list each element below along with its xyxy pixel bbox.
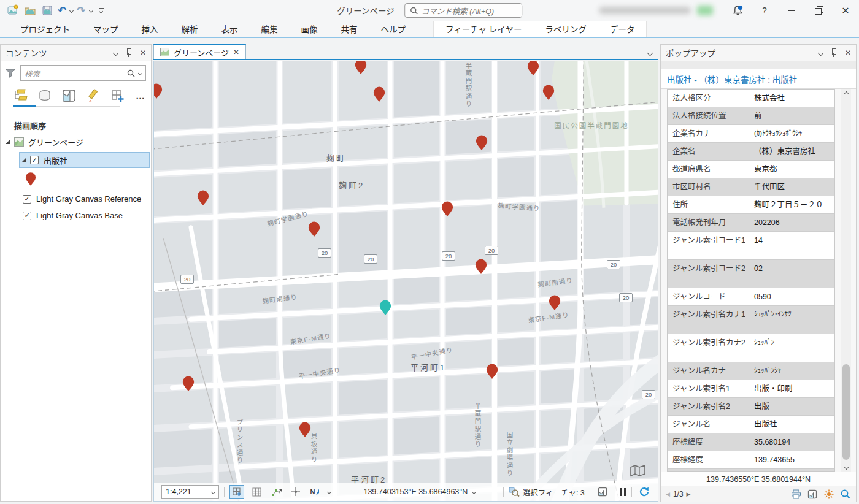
- map-view-tab[interactable]: グリーンページ ✕: [153, 44, 246, 59]
- feature-pin[interactable]: [373, 86, 385, 102]
- selected-feature-pin[interactable]: [379, 300, 391, 316]
- feature-pin[interactable]: [486, 364, 498, 380]
- print-icon[interactable]: [790, 489, 801, 500]
- attribute-row[interactable]: 企業名（株）東京書房社: [668, 143, 834, 161]
- north-arrow-icon[interactable]: N: [308, 485, 323, 499]
- tree-item-basemap-base[interactable]: ✓ Light Gray Canvas Base: [1, 208, 151, 223]
- feature-pin[interactable]: [476, 135, 488, 151]
- map-tab-close-icon[interactable]: ✕: [233, 48, 239, 56]
- tabstrip-overflow-chevron-icon[interactable]: [647, 50, 653, 56]
- contents-pin-icon[interactable]: [126, 48, 132, 57]
- feature-pin[interactable]: [182, 376, 195, 392]
- ribbon-tab-1[interactable]: マップ: [82, 21, 130, 37]
- undo-dropdown-icon[interactable]: [69, 8, 74, 12]
- customize-qat-icon[interactable]: [99, 8, 104, 13]
- sketch-vertices-icon[interactable]: [269, 485, 283, 499]
- ribbon-tab-6[interactable]: 画像: [290, 21, 329, 37]
- attribute-row[interactable]: ジャンルコード0590: [668, 288, 834, 306]
- popup-scrollbar[interactable]: [841, 89, 851, 472]
- layer-search-input[interactable]: 検索: [20, 65, 146, 81]
- attribute-row[interactable]: ジャンル索引名カナ1ｼｭｯﾊﾟﾝ･ｲﾝｻﾂ: [668, 306, 834, 334]
- tab-more-icon[interactable]: …: [136, 91, 145, 101]
- flash-location-icon[interactable]: [823, 489, 834, 500]
- tree-item-map[interactable]: グリーンページ: [1, 134, 151, 150]
- close-button[interactable]: ✕: [832, 0, 859, 21]
- contents-close-icon[interactable]: ✕: [140, 48, 146, 57]
- attribute-row[interactable]: ジャンル名カナｼｭｯﾊﾟﾝｼｬ: [668, 362, 834, 380]
- feature-pin[interactable]: [475, 259, 487, 275]
- search-options-chevron-icon[interactable]: [138, 71, 142, 75]
- contents-collapse-icon[interactable]: [112, 50, 118, 56]
- scroll-down-icon[interactable]: [841, 463, 851, 472]
- feature-pin[interactable]: [441, 201, 453, 217]
- feature-pin[interactable]: [299, 422, 311, 438]
- feature-pin[interactable]: [355, 61, 367, 75]
- contextual-tab-1[interactable]: ラベリング: [533, 21, 598, 37]
- attribute-row[interactable]: ジャンル名出版社: [668, 416, 834, 433]
- contextual-tab-0[interactable]: フィーチャ レイヤー: [434, 21, 533, 37]
- feature-pin[interactable]: [542, 85, 555, 101]
- attribute-row[interactable]: 法人格接続位置前: [668, 107, 834, 125]
- attribute-row[interactable]: 企業名カナ(ｶ)ﾄｳｷｮｳｼｮﾎﾞｳｼｬ: [668, 125, 834, 143]
- expander-icon[interactable]: [21, 158, 26, 162]
- command-search-input[interactable]: コマンド検索 (Alt+Q): [404, 3, 522, 18]
- attribute-row[interactable]: 座標緯度35.680194: [668, 433, 834, 451]
- minimize-button[interactable]: [778, 0, 805, 21]
- open-project-icon[interactable]: [23, 4, 37, 17]
- feature-pin[interactable]: [527, 61, 539, 76]
- save-project-icon[interactable]: [40, 4, 54, 17]
- popup-collapse-icon[interactable]: [817, 50, 823, 56]
- selection-tool-icon[interactable]: [595, 485, 610, 499]
- attribute-row[interactable]: 住所麹町２丁目５－２０: [668, 196, 834, 214]
- layer-checkbox[interactable]: ✓: [30, 156, 39, 164]
- feature-pin[interactable]: [549, 295, 561, 311]
- scroll-up-icon[interactable]: [841, 89, 851, 97]
- refresh-icon[interactable]: [637, 485, 652, 499]
- tab-snapping-icon[interactable]: [110, 88, 125, 103]
- attribute-row[interactable]: 都道府県名東京都: [668, 161, 834, 178]
- popup-close-icon[interactable]: ✕: [845, 48, 851, 57]
- crosshair-icon[interactable]: [288, 485, 303, 499]
- ribbon-tab-3[interactable]: 解析: [170, 21, 210, 37]
- coords-options-chevron-icon[interactable]: [472, 489, 476, 494]
- redo-dropdown-icon[interactable]: [88, 8, 93, 12]
- tab-drawing-order-icon[interactable]: [13, 88, 28, 103]
- expander-icon[interactable]: [6, 140, 10, 144]
- map-canvas[interactable]: 麹町麹町2平河町1平河町2国民公園半蔵門園地半蔵門駅通り半蔵門駅通り国立劇場通り…: [153, 61, 658, 502]
- restore-button[interactable]: [805, 0, 832, 21]
- basemap-quick-icon[interactable]: [630, 464, 647, 478]
- layer-checkbox[interactable]: ✓: [23, 195, 31, 204]
- scale-combobox[interactable]: 1:4,221: [161, 485, 219, 499]
- layer-symbol-pin[interactable]: [25, 172, 151, 189]
- ribbon-tab-8[interactable]: ヘルプ: [369, 21, 418, 37]
- grid-icon[interactable]: [249, 485, 264, 499]
- snapping-toggle-icon[interactable]: [229, 485, 244, 499]
- next-feature-icon[interactable]: ▶: [687, 491, 691, 497]
- ribbon-tab-2[interactable]: 挿入: [130, 21, 170, 37]
- tab-edit-pencil-icon[interactable]: [87, 88, 100, 103]
- feature-pin[interactable]: [308, 221, 320, 237]
- tree-item-basemap-reference[interactable]: ✓ Light Gray Canvas Reference: [1, 191, 151, 207]
- prev-feature-icon[interactable]: ◀: [666, 491, 670, 497]
- zoom-to-icon[interactable]: [840, 489, 851, 500]
- feature-pin[interactable]: [197, 190, 209, 206]
- ribbon-tab-5[interactable]: 編集: [250, 21, 290, 37]
- redo-icon[interactable]: ↷: [77, 4, 85, 17]
- new-project-icon[interactable]: [6, 4, 20, 17]
- popup-feature-title[interactable]: 出版社 - （株）東京書房社 : 出版社: [661, 69, 856, 89]
- ribbon-tab-7[interactable]: 共有: [329, 21, 369, 37]
- selected-features-indicator[interactable]: 選択フィーチャ: 3: [509, 486, 585, 498]
- popup-pin-icon[interactable]: [831, 48, 837, 57]
- notifications-button[interactable]: [724, 0, 751, 21]
- attribute-row[interactable]: 法人格区分株式会社: [668, 90, 834, 107]
- tree-item-layer-publishers[interactable]: ✓ 出版社: [19, 152, 150, 168]
- tab-visibility-icon[interactable]: [62, 88, 76, 103]
- scroll-thumb[interactable]: [842, 364, 850, 460]
- attribute-row[interactable]: ジャンル索引名1出版・印刷: [668, 380, 834, 398]
- contextual-tab-2[interactable]: データ: [598, 21, 647, 37]
- attribute-row[interactable]: ジャンル索引名2出版: [668, 398, 834, 416]
- layer-checkbox[interactable]: ✓: [23, 212, 31, 220]
- filter-funnel-icon[interactable]: [6, 69, 15, 78]
- attribute-row[interactable]: 座標経度139.743655: [668, 451, 834, 469]
- pause-drawing-icon[interactable]: [620, 488, 626, 496]
